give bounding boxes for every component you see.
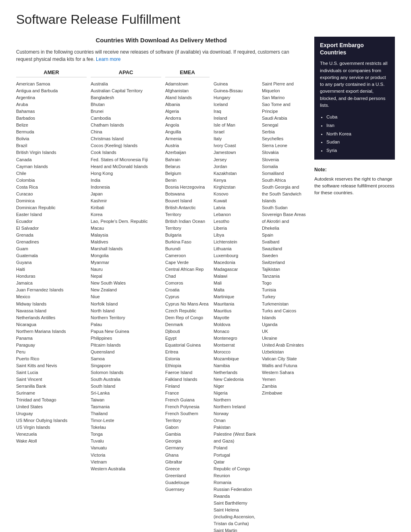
list-item: North Island (91, 308, 161, 314)
list-item: Suriname (16, 390, 87, 397)
list-item: Kazakhstan (214, 170, 258, 177)
list-item: Timor-Leste (91, 417, 161, 424)
list-item: Myanmar (91, 259, 161, 266)
list-item: Panama (16, 335, 87, 342)
list-item: Monaco (214, 328, 258, 335)
list-item: Zambia (262, 383, 306, 390)
list-item: Belgium (165, 170, 210, 177)
section-heading: Countries With Download As Delivery Meth… (16, 37, 306, 44)
list-item: Easter Island (16, 211, 87, 218)
list-item: Jersey (214, 156, 258, 163)
list-item: Lithuania (214, 245, 258, 252)
list-item: Uruguay (16, 410, 87, 417)
list-item: Indonesia (91, 184, 161, 191)
list-item: French Guiana (165, 397, 210, 403)
list-item: UK (262, 328, 306, 335)
list-item: Burkina Faso (165, 239, 210, 245)
list-item: Czech Republic (165, 308, 210, 314)
list-item: Bangladesh (91, 94, 161, 101)
list-item: Israel (214, 129, 258, 135)
list-item: British Virgin Islands (16, 149, 87, 156)
list-item: Greenland (165, 472, 210, 479)
list-item: Kiribati (91, 204, 161, 211)
list-item: Northern Ireland (214, 403, 258, 410)
list-item: Eritrea (165, 349, 210, 355)
list-item: Libya (214, 232, 258, 239)
sidebar: Export Embargo Countries The U.S. govern… (314, 37, 395, 532)
list-item: Heard and McDonald Islands (91, 163, 161, 170)
list-item: Cook Islands (91, 149, 161, 156)
list-item: Kuwait (214, 197, 258, 204)
list-item: Australian Capital Territory (91, 87, 161, 94)
list-item: Tuvalu (91, 438, 161, 445)
list-item: Marshall Islands (91, 245, 161, 252)
list-item: Madagascar (214, 266, 258, 273)
list-item: Bulgaria (165, 232, 210, 239)
list-item: Jordan (214, 163, 258, 170)
list-item: Northern (214, 397, 258, 403)
list-item: Estonia (165, 355, 210, 362)
list-item: Brazil (16, 142, 87, 149)
list-item: Moldova (214, 321, 258, 328)
list-item: Juan Fernandez Islands (16, 287, 87, 293)
list-item: Qatar (214, 459, 258, 466)
page-title: Software Release Fulfillment (16, 12, 395, 27)
list-item: Singapore (91, 362, 161, 369)
list-item: Hungary (214, 94, 258, 101)
list-item: Yemen (262, 376, 306, 383)
list-item: Mauritania (214, 301, 258, 308)
list-item: Niger (214, 383, 258, 390)
list-item: Kenya (214, 177, 258, 184)
list-item: Sierra Leone (262, 142, 306, 149)
list-item: Papua New Guinea (91, 328, 161, 335)
list-item: Tajikistan (262, 266, 306, 273)
list-item: Netherlands (214, 369, 258, 376)
list-item: Benin (165, 177, 210, 184)
list-item: Austria (165, 142, 210, 149)
list-item: Morocco (214, 349, 258, 355)
list-item: Comoros (165, 280, 210, 287)
embargo-title: Export Embargo Countries (320, 42, 389, 56)
list-item: Bouvet Island (165, 197, 210, 204)
list-item: Cameroon (165, 252, 210, 259)
list-item: Saint Barthélemy (214, 500, 258, 507)
list-item: Bosnia Herzegovina (165, 184, 210, 191)
list-item: Maldives (91, 239, 161, 245)
list-item: Victoria (91, 452, 161, 459)
list-item: Grenadines (16, 239, 87, 245)
list-item: Tanzania (262, 273, 306, 280)
list-item: Saint Lucia (16, 369, 87, 376)
embargo-country-item: North Korea (326, 130, 389, 138)
list-item: Guinea-Bissau (214, 87, 258, 94)
list-item: Serranilla Bank (16, 383, 87, 390)
list-item: Reunion (214, 472, 258, 479)
embargo-list: CubaIranNorth KoreaSudanSyria (320, 113, 389, 154)
list-item: Ghana (165, 452, 210, 459)
list-item: Saint Pierre and Miquelon (262, 81, 306, 94)
list-item: Slovenia (262, 156, 306, 163)
emea-columns: EMEA AdamstownAfghanistanAland IslandsAl… (165, 69, 306, 532)
list-item: Central African Rep (165, 266, 210, 273)
list-item: United Arab Emirates (262, 342, 306, 349)
learn-more-link[interactable]: Learn more (96, 56, 120, 62)
list-item: Falkland Islands (165, 376, 210, 383)
list-item: Norfolk Island (91, 301, 161, 308)
list-item: Gabon (165, 424, 210, 431)
list-item: Ecuador (16, 218, 87, 225)
list-item: Afghanistan (165, 87, 210, 94)
emea-list2: GuineaGuinea-BissauHungaryIcelandIraqIre… (214, 81, 258, 532)
list-item: Tokelau (91, 424, 161, 431)
list-item: Jamaica (16, 280, 87, 287)
list-item: Turks and Caicos Islands (262, 308, 306, 321)
list-item: Guyana (16, 259, 87, 266)
list-item: Grenada (16, 232, 87, 239)
list-item: Republic of Congo (214, 466, 258, 472)
list-item: Australia (91, 81, 161, 87)
list-item: Bolivia (16, 135, 87, 142)
list-item: Tonga (91, 431, 161, 438)
apac-header: APAC (91, 69, 161, 77)
list-item: New South Wales (91, 280, 161, 287)
list-item: Chad (165, 273, 210, 280)
list-item: Serbia (262, 129, 306, 135)
emea-list3: Saint Pierre and MiquelonSan MarinoSao T… (262, 81, 306, 397)
